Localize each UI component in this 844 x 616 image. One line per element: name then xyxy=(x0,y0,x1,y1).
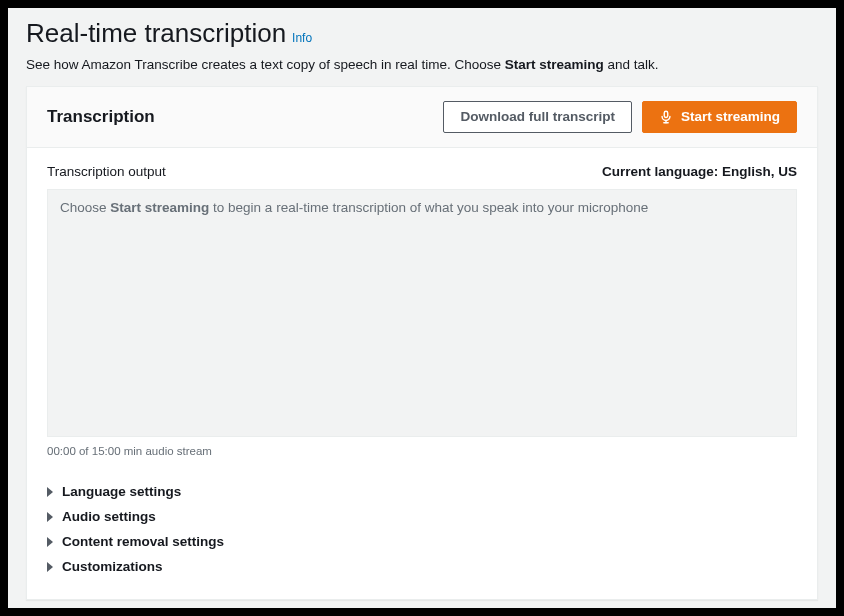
panel-header: Transcription Download full transcript S… xyxy=(27,87,817,148)
caret-right-icon xyxy=(47,487,53,497)
current-language-label: Current language: English, US xyxy=(602,164,797,179)
page-description-pre: See how Amazon Transcribe creates a text… xyxy=(26,57,505,72)
output-placeholder-pre: Choose xyxy=(60,200,110,215)
settings-item-label: Customizations xyxy=(62,559,163,574)
settings-item-language[interactable]: Language settings xyxy=(47,479,797,504)
settings-item-customizations[interactable]: Customizations xyxy=(47,554,797,579)
settings-item-label: Language settings xyxy=(62,484,181,499)
page-title: Real-time transcription xyxy=(26,18,286,49)
settings-item-content-removal[interactable]: Content removal settings xyxy=(47,529,797,554)
output-placeholder-post: to begin a real-time transcription of wh… xyxy=(209,200,648,215)
svg-rect-0 xyxy=(664,111,668,117)
stream-time-label: 00:00 of 15:00 min audio stream xyxy=(47,445,797,457)
info-link[interactable]: Info xyxy=(292,31,312,45)
page-description: See how Amazon Transcribe creates a text… xyxy=(26,57,818,72)
page-root: Real-time transcription Info See how Ama… xyxy=(8,8,836,608)
title-row: Real-time transcription Info xyxy=(26,18,818,49)
caret-right-icon xyxy=(47,537,53,547)
panel-body: Transcription output Current language: E… xyxy=(27,148,817,599)
microphone-icon xyxy=(659,110,673,124)
settings-item-label: Content removal settings xyxy=(62,534,224,549)
caret-right-icon xyxy=(47,562,53,572)
caret-right-icon xyxy=(47,512,53,522)
panel-actions: Download full transcript Start streaming xyxy=(443,101,797,133)
download-transcript-button[interactable]: Download full transcript xyxy=(443,101,632,133)
start-streaming-label: Start streaming xyxy=(681,108,780,126)
settings-item-audio[interactable]: Audio settings xyxy=(47,504,797,529)
start-streaming-button[interactable]: Start streaming xyxy=(642,101,797,133)
page-description-post: and talk. xyxy=(604,57,659,72)
output-header: Transcription output Current language: E… xyxy=(47,164,797,179)
panel-title: Transcription xyxy=(47,107,155,127)
page-description-strong: Start streaming xyxy=(505,57,604,72)
settings-list: Language settings Audio settings Content… xyxy=(47,479,797,579)
output-placeholder-strong: Start streaming xyxy=(110,200,209,215)
download-transcript-label: Download full transcript xyxy=(460,108,615,126)
settings-item-label: Audio settings xyxy=(62,509,156,524)
transcription-panel: Transcription Download full transcript S… xyxy=(26,86,818,600)
output-label: Transcription output xyxy=(47,164,166,179)
transcription-output-box: Choose Start streaming to begin a real-t… xyxy=(47,189,797,437)
